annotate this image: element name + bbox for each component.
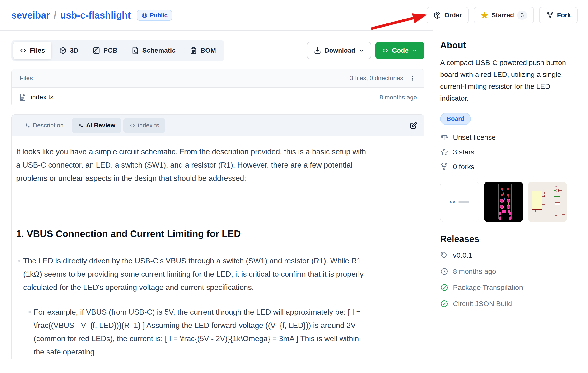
tab-files-label: Files	[30, 47, 45, 54]
files-card: Files 3 files, 0 directories	[11, 69, 424, 107]
release-check-label: Circuit JSON Build	[453, 300, 512, 308]
fork-icon	[546, 11, 554, 19]
stars-label: 3 stars	[453, 148, 474, 156]
readme-panel-tabs: Description AI Review index.ts	[12, 114, 424, 136]
stars-stat[interactable]: 3 stars	[440, 148, 577, 156]
star-button[interactable]: Starred 3	[474, 7, 534, 23]
list-item: For example, if VBUS (from USB-C) is 5V,…	[29, 305, 369, 359]
edit-pencil-icon	[409, 122, 417, 130]
release-version-label: v0.0.1	[453, 251, 472, 259]
page-layout: Files 3D PCB	[0, 30, 588, 359]
download-button-label: Download	[325, 47, 355, 54]
3d-preview-thumbnail[interactable]: 500	[440, 182, 479, 222]
top-bar: seveibar / usb-c-flashlight Public Order	[0, 0, 588, 30]
release-version[interactable]: v0.0.1	[440, 251, 577, 259]
download-icon	[314, 47, 322, 55]
release-date-label: 8 months ago	[453, 267, 496, 276]
view-toolbar: Files 3D PCB	[11, 40, 424, 61]
list-item: The LED is directly driven by the USB-C'…	[18, 254, 369, 359]
view-tabs: Files 3D PCB	[11, 40, 224, 61]
code-brackets-icon	[20, 47, 27, 54]
sidebar-divider	[433, 30, 433, 373]
visibility-badge-label: Public	[150, 12, 168, 19]
chevron-down-icon	[412, 47, 418, 54]
tab-pcb-label: PCB	[104, 47, 117, 54]
fork-icon	[440, 163, 448, 171]
content-divider	[16, 207, 369, 207]
package-icon	[433, 11, 441, 19]
release-check-transpilation: Package Transpilation	[440, 284, 577, 292]
table-row[interactable]: index.ts 8 months ago	[12, 88, 424, 107]
repo-stats: Unset license 3 stars 0 forks	[440, 133, 577, 171]
review-section-heading: 1. VBUS Connection and Current Limiting …	[16, 228, 369, 239]
license-label: Unset license	[453, 133, 496, 141]
tab-schematic[interactable]: Schematic	[125, 42, 182, 59]
chevron-down-icon	[358, 47, 365, 54]
board-tag[interactable]: Board	[440, 113, 471, 125]
release-check-circuit-json: Circuit JSON Build	[440, 300, 577, 308]
tab-index-ts-label: index.ts	[138, 122, 159, 129]
file-updated: 8 months ago	[379, 94, 417, 101]
header-divider	[0, 30, 433, 31]
tab-files[interactable]: Files	[13, 42, 52, 59]
file-name[interactable]: index.ts	[31, 93, 54, 101]
tab-ai-review-label: AI Review	[86, 122, 115, 129]
visibility-badge: Public	[137, 10, 172, 21]
release-check-label: Package Transpilation	[453, 284, 523, 292]
tab-description[interactable]: Description	[18, 118, 69, 133]
tab-3d-label: 3D	[70, 47, 79, 54]
error-500-placeholder: 500	[450, 200, 469, 204]
pcb-preview-thumbnail[interactable]	[484, 182, 523, 222]
clipboard-icon	[189, 47, 197, 55]
tab-description-label: Description	[33, 122, 63, 129]
schematic-preview-thumbnail[interactable]: R	[528, 182, 567, 222]
about-description: A compact USB-C powered push button boar…	[440, 57, 577, 104]
breadcrumb-separator: /	[54, 10, 56, 21]
tab-ai-review[interactable]: AI Review	[72, 118, 121, 133]
tab-schematic-label: Schematic	[142, 47, 176, 54]
pcb-icon	[92, 47, 100, 55]
pcb-preview-graphic	[484, 182, 523, 222]
preview-thumbnails: 500	[440, 182, 577, 222]
releases-title: Releases	[440, 234, 577, 244]
cube-icon	[59, 47, 67, 55]
repo-name-link[interactable]: usb-c-flashlight	[60, 10, 131, 21]
tab-bom[interactable]: BOM	[183, 42, 222, 59]
fork-button-label: Fork	[557, 12, 571, 19]
ai-review-content: It looks like you have a simple circuit …	[12, 136, 424, 359]
kebab-menu-icon[interactable]	[409, 75, 416, 82]
code-button[interactable]: Code	[375, 42, 424, 59]
about-title: About	[440, 40, 577, 51]
code-brackets-icon	[382, 47, 389, 54]
review-intro-paragraph: It looks like you have a simple circuit …	[16, 145, 369, 185]
download-button[interactable]: Download	[307, 42, 371, 59]
repository-page: seveibar / usb-c-flashlight Public Order	[0, 0, 588, 373]
order-button-label: Order	[444, 12, 462, 19]
schematic-file-icon	[131, 47, 139, 55]
files-summary: 3 files, 0 directories	[350, 74, 403, 82]
globe-icon	[141, 12, 147, 18]
tag-icon	[440, 251, 448, 259]
forks-stat[interactable]: 0 forks	[440, 163, 577, 171]
annotation-arrow	[369, 9, 430, 33]
code-brackets-icon	[129, 123, 135, 129]
star-button-label: Starred	[492, 12, 514, 19]
schematic-preview-graphic: R	[528, 182, 567, 222]
tab-pcb[interactable]: PCB	[86, 42, 124, 59]
clock-icon	[440, 267, 448, 276]
sidebar: About A compact USB-C powered push butto…	[433, 30, 588, 308]
star-count-badge: 3	[517, 11, 527, 20]
fork-button[interactable]: Fork	[539, 7, 578, 23]
forks-label: 0 forks	[453, 163, 474, 171]
review-bullet-list: The LED is directly driven by the USB-C'…	[16, 254, 369, 359]
sparkles-icon	[24, 123, 30, 129]
order-button[interactable]: Order	[427, 7, 469, 23]
repo-owner-link[interactable]: seveibar	[11, 10, 50, 21]
files-card-title: Files	[20, 74, 33, 82]
edit-button[interactable]	[409, 122, 417, 130]
main-column: Files 3D PCB	[0, 30, 433, 359]
tab-bom-label: BOM	[200, 47, 216, 54]
tab-index-ts[interactable]: index.ts	[123, 118, 165, 133]
tab-3d[interactable]: 3D	[52, 42, 85, 59]
sparkles-icon	[77, 123, 84, 129]
